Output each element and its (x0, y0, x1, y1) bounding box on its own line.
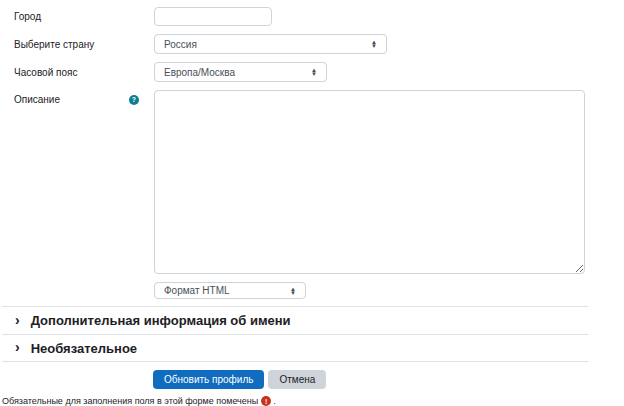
description-row: Описание ? (0, 90, 624, 274)
country-select[interactable]: Россия ▲▼ (154, 34, 387, 54)
country-label: Выберите страну (14, 39, 94, 50)
section-additional-name-info[interactable]: › Дополнительная информация об имени (2, 306, 588, 334)
format-select[interactable]: Формат HTML ▲▼ (154, 282, 306, 299)
description-textarea[interactable] (154, 90, 585, 274)
select-stepper-icon: ▲▼ (290, 287, 296, 295)
city-input[interactable] (154, 7, 272, 26)
chevron-right-icon: › (15, 340, 20, 356)
timezone-label: Часовой пояс (14, 67, 77, 78)
collapsible-sections: › Дополнительная информация об имени › Н… (0, 306, 624, 362)
update-profile-button[interactable]: Обновить профиль (153, 370, 264, 389)
help-icon[interactable]: ? (129, 95, 139, 105)
chevron-right-icon: › (15, 313, 20, 329)
required-fields-note: Обязательные для заполнения поля в этой … (0, 396, 624, 406)
timezone-select-value: Европа/Москва (164, 67, 235, 78)
required-note-suffix: . (273, 396, 276, 406)
section-title: Необязательное (31, 341, 137, 356)
country-select-value: Россия (164, 39, 197, 50)
required-icon: ! (261, 396, 271, 406)
timezone-select[interactable]: Европа/Москва ▲▼ (154, 62, 327, 82)
section-title: Дополнительная информация об имени (31, 313, 291, 328)
select-stepper-icon: ▲▼ (311, 68, 317, 76)
profile-edit-form: Город Выберите страну Россия ▲▼ Часовой … (0, 0, 624, 406)
format-row: Формат HTML ▲▼ (0, 282, 624, 299)
form-actions: Обновить профиль Отмена (0, 370, 624, 389)
cancel-button[interactable]: Отмена (268, 370, 326, 389)
required-note-text: Обязательные для заполнения поля в этой … (2, 396, 258, 406)
section-optional[interactable]: › Необязательное (2, 334, 588, 362)
city-label: Город (14, 11, 41, 22)
format-select-value: Формат HTML (164, 285, 230, 296)
timezone-row: Часовой пояс Европа/Москва ▲▼ (0, 62, 624, 82)
city-row: Город (0, 7, 624, 26)
description-label: Описание (14, 94, 60, 105)
country-row: Выберите страну Россия ▲▼ (0, 34, 624, 54)
select-stepper-icon: ▲▼ (371, 40, 377, 48)
